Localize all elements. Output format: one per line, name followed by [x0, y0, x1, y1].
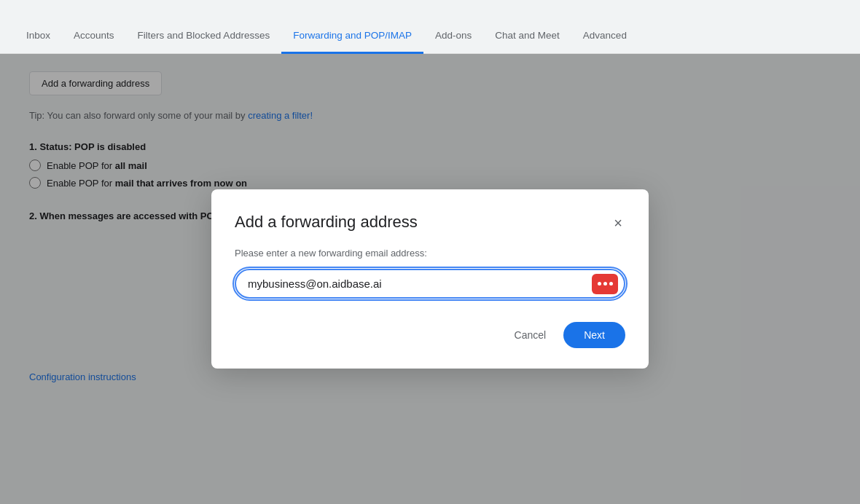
email-icon-dots	[598, 282, 613, 286]
modal-header: Add a forwarding address ×	[235, 213, 625, 233]
email-input-wrapper	[235, 269, 625, 299]
tab-filters[interactable]: Filters and Blocked Addresses	[126, 19, 282, 54]
email-app-icon	[592, 274, 618, 294]
tab-bar: Inbox Accounts Filters and Blocked Addre…	[0, 0, 860, 54]
tab-chat[interactable]: Chat and Meet	[483, 19, 571, 54]
tab-inbox[interactable]: Inbox	[15, 19, 62, 54]
cancel-button[interactable]: Cancel	[509, 322, 552, 348]
tab-forwarding[interactable]: Forwarding and POP/IMAP	[281, 19, 423, 54]
tab-advanced[interactable]: Advanced	[571, 19, 638, 54]
tab-addons[interactable]: Add-ons	[423, 19, 483, 54]
modal-label: Please enter a new forwarding email addr…	[235, 248, 625, 259]
forwarding-modal: Add a forwarding address × Please enter …	[211, 189, 649, 369]
tab-accounts[interactable]: Accounts	[62, 19, 126, 54]
modal-close-button[interactable]: ×	[611, 213, 625, 233]
modal-title: Add a forwarding address	[235, 213, 418, 232]
forwarding-email-input[interactable]	[248, 270, 592, 297]
next-button[interactable]: Next	[563, 322, 625, 348]
modal-actions: Cancel Next	[235, 322, 625, 348]
main-content: Add a forwarding address Tip: You can al…	[0, 54, 860, 504]
